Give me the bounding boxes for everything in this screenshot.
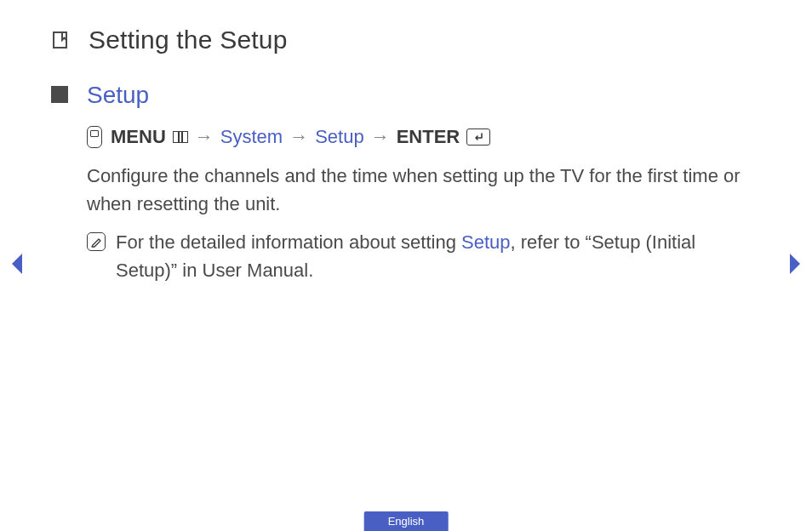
note-icon	[87, 232, 106, 251]
next-page-button[interactable]	[786, 252, 803, 276]
menu-label: MENU	[111, 126, 166, 148]
arrow-icon: →	[195, 126, 214, 148]
note-prefix: For the detailed information about setti…	[116, 231, 461, 253]
prev-page-button[interactable]	[9, 252, 26, 276]
remote-icon	[87, 126, 102, 148]
path-setup: Setup	[315, 126, 364, 148]
menu-grid-icon	[173, 131, 188, 143]
body-paragraph: Configure the channels and the time when…	[87, 162, 761, 218]
title-row: Setting the Setup	[51, 26, 761, 54]
arrow-icon: →	[289, 126, 308, 148]
page-title: Setting the Setup	[89, 26, 288, 54]
path-system: System	[220, 126, 283, 148]
section-title: Setup	[87, 82, 149, 109]
note-text: For the detailed information about setti…	[116, 228, 761, 284]
note-highlight: Setup	[461, 231, 511, 253]
note-row: For the detailed information about setti…	[87, 228, 761, 284]
square-bullet-icon	[51, 86, 68, 103]
section-heading-row: Setup	[51, 82, 761, 109]
language-tab[interactable]: English	[364, 511, 449, 531]
arrow-icon: →	[371, 126, 390, 148]
enter-icon	[466, 128, 490, 146]
enter-label: ENTER	[397, 126, 460, 148]
bookmark-icon	[51, 31, 70, 49]
menu-path: MENU → System → Setup → ENTER	[87, 126, 761, 148]
